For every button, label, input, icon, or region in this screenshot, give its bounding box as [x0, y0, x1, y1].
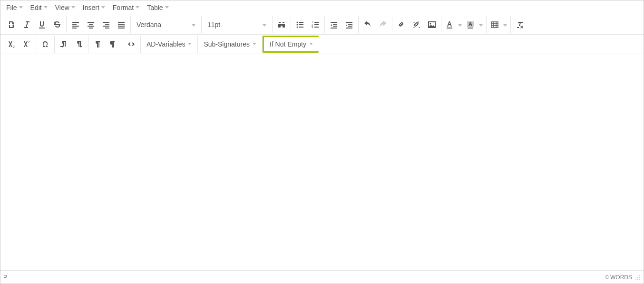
- background-color-button[interactable]: [464, 18, 477, 32]
- pilcrow-ltr-icon: [59, 40, 68, 48]
- menu-format-label: Format: [113, 4, 134, 11]
- rtl-paragraph-button[interactable]: [72, 37, 86, 51]
- menu-file[interactable]: File: [2, 1, 27, 14]
- caret-down-icon: [458, 21, 462, 28]
- group-font: Verdana: [131, 16, 202, 33]
- numbered-list-button[interactable]: 123: [308, 18, 322, 32]
- menu-view[interactable]: View: [51, 1, 79, 14]
- font-size-select[interactable]: 11pt: [204, 18, 270, 32]
- group-clear: [511, 16, 529, 33]
- subscript-button[interactable]: 2: [4, 37, 19, 51]
- menu-table[interactable]: Table: [143, 1, 172, 14]
- group-special-char: [36, 36, 55, 53]
- table-button[interactable]: [488, 18, 501, 32]
- svg-rect-0: [54, 24, 60, 25]
- italic-button[interactable]: [20, 18, 34, 32]
- group-ad-variables: AD-Variables: [141, 36, 198, 53]
- align-right-icon: [102, 20, 110, 29]
- text-color-button[interactable]: [443, 18, 456, 32]
- bullet-list-icon: [296, 20, 304, 29]
- menu-file-label: File: [6, 4, 17, 11]
- word-count[interactable]: 0 WORDS: [605, 274, 632, 281]
- text-color-dropdown[interactable]: [457, 18, 463, 32]
- menubar: File Edit View Insert Format: [0, 0, 644, 15]
- align-justify-icon: [117, 20, 126, 29]
- numbered-list-icon: 123: [311, 20, 320, 29]
- caret-down-icon: [503, 21, 507, 28]
- remove-link-button[interactable]: [410, 18, 424, 32]
- align-right-button[interactable]: [99, 18, 113, 32]
- find-replace-button[interactable]: [274, 18, 289, 32]
- outdent-icon: [330, 20, 338, 29]
- menu-insert[interactable]: Insert: [79, 1, 109, 14]
- font-family-select[interactable]: Verdana: [133, 18, 199, 32]
- group-find: [273, 16, 291, 33]
- editing-area[interactable]: [0, 54, 644, 270]
- align-left-button[interactable]: [68, 18, 83, 32]
- caret-down-icon: [136, 6, 139, 9]
- strikethrough-button[interactable]: [50, 18, 64, 32]
- caret-down-icon: [263, 21, 266, 28]
- group-paragraph-marks: [55, 36, 88, 53]
- menu-view-label: View: [55, 4, 69, 11]
- svg-point-20: [639, 275, 640, 276]
- caret-down-icon: [192, 21, 195, 28]
- svg-rect-17: [517, 27, 519, 28]
- caret-down-icon: [101, 6, 105, 9]
- image-icon: [428, 20, 436, 29]
- group-sub-signatures: Sub-Signatures: [198, 36, 263, 53]
- superscript-button[interactable]: 2: [20, 37, 34, 51]
- svg-rect-11: [468, 28, 473, 28]
- outdent-button[interactable]: [327, 18, 341, 32]
- clear-formatting-button[interactable]: [513, 18, 527, 32]
- ad-variables-dropdown[interactable]: AD-Variables: [143, 37, 195, 51]
- redo-button[interactable]: [376, 18, 390, 32]
- svg-point-1: [297, 22, 298, 23]
- align-justify-button[interactable]: [114, 18, 128, 32]
- pilcrow-rtl-icon: [75, 40, 83, 48]
- ad-variables-label: AD-Variables: [146, 40, 185, 48]
- menu-table-label: Table: [147, 4, 163, 11]
- group-text-style: [2, 16, 67, 33]
- bold-button[interactable]: [4, 18, 19, 32]
- caret-down-icon: [479, 21, 483, 28]
- group-color: [441, 16, 487, 33]
- caret-down-icon: [165, 6, 169, 9]
- svg-text:2: 2: [28, 40, 30, 44]
- sub-signatures-dropdown[interactable]: Sub-Signatures: [200, 37, 260, 51]
- pilcrow-icon: [93, 40, 102, 48]
- svg-point-24: [637, 279, 638, 280]
- menu-edit[interactable]: Edit: [27, 1, 51, 14]
- pilcrow-solid-icon: [108, 40, 117, 48]
- group-table: [487, 16, 511, 33]
- show-blocks-button[interactable]: [90, 37, 105, 51]
- align-center-button[interactable]: [84, 18, 98, 32]
- menu-format[interactable]: Format: [109, 1, 143, 14]
- special-character-button[interactable]: [38, 37, 52, 51]
- element-path[interactable]: P: [3, 274, 7, 281]
- menu-insert-label: Insert: [83, 4, 99, 11]
- show-invisibles-button[interactable]: [106, 37, 120, 51]
- group-align: [67, 16, 131, 33]
- svg-point-21: [637, 277, 638, 278]
- group-font-size: 11pt: [202, 16, 273, 33]
- toolbar-row-1: Verdana 11pt: [0, 15, 644, 35]
- link-icon: [397, 20, 406, 29]
- table-dropdown[interactable]: [502, 18, 508, 32]
- bullet-list-button[interactable]: [293, 18, 307, 32]
- group-source: [122, 36, 141, 53]
- insert-image-button[interactable]: [425, 18, 439, 32]
- group-lists: 123: [291, 16, 325, 33]
- if-not-empty-dropdown[interactable]: If Not Empty: [266, 37, 317, 51]
- background-color-dropdown[interactable]: [478, 18, 484, 32]
- underline-button[interactable]: [35, 18, 49, 32]
- insert-link-button[interactable]: [394, 18, 409, 32]
- svg-text:3: 3: [312, 26, 313, 28]
- svg-point-23: [635, 279, 636, 280]
- indent-button[interactable]: [342, 18, 356, 32]
- redo-icon: [379, 20, 387, 29]
- ltr-paragraph-button[interactable]: [57, 37, 71, 51]
- resize-grip-icon[interactable]: [635, 275, 641, 280]
- undo-button[interactable]: [361, 18, 375, 32]
- source-code-button[interactable]: [124, 37, 138, 51]
